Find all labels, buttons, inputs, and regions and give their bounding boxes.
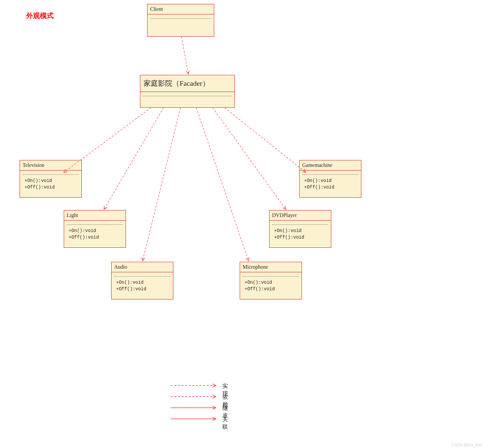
op: +On():void bbox=[304, 177, 358, 184]
class-audio-name: Audio bbox=[112, 262, 173, 272]
class-light-ops: +On():void +Off():void bbox=[64, 227, 126, 243]
class-dvdplayer: DVDPlayer +On():void +Off():void bbox=[269, 210, 331, 248]
class-audio-attr bbox=[112, 272, 173, 279]
class-gamemachine-attr bbox=[300, 170, 361, 177]
class-gamemachine-name: Gamemachine bbox=[300, 160, 361, 170]
class-dvdplayer-ops: +On():void +Off():void bbox=[269, 227, 331, 243]
watermark: CSDN @scx_link bbox=[451, 443, 481, 447]
op: +On():void bbox=[25, 177, 78, 184]
class-client-attr bbox=[147, 14, 214, 21]
class-television-name: Television bbox=[20, 160, 81, 170]
class-gamemachine: Gamemachine +On():void +Off():void bbox=[299, 160, 361, 198]
svg-line-3 bbox=[104, 108, 164, 209]
class-dvdplayer-name: DVDPlayer bbox=[269, 210, 331, 221]
op: +On():void bbox=[274, 227, 328, 234]
class-light-name: Light bbox=[64, 210, 126, 221]
svg-line-0 bbox=[182, 37, 188, 74]
class-microphone-attr bbox=[240, 272, 302, 279]
class-facade-name: 家庭影院（Facader） bbox=[140, 75, 234, 92]
class-audio-ops: +On():void +Off():void bbox=[112, 279, 173, 295]
class-microphone-ops: +On():void +Off():void bbox=[240, 279, 302, 295]
class-light: Light +On():void +Off():void bbox=[64, 210, 126, 248]
svg-line-6 bbox=[196, 108, 249, 261]
class-microphone: Microphone +On():void +Off():void bbox=[240, 262, 302, 299]
class-microphone-name: Microphone bbox=[240, 262, 302, 272]
class-dvdplayer-attr bbox=[269, 221, 331, 227]
op: +Off():void bbox=[69, 234, 122, 241]
class-facade: 家庭影院（Facader） bbox=[140, 75, 235, 108]
class-client-name: Client bbox=[147, 4, 214, 14]
op: +Off():void bbox=[116, 286, 170, 292]
class-television-attr bbox=[20, 170, 81, 177]
svg-line-4 bbox=[213, 108, 286, 209]
svg-line-2 bbox=[225, 108, 306, 172]
class-audio: Audio +On():void +Off():void bbox=[111, 262, 173, 299]
op: +Off():void bbox=[25, 184, 78, 190]
class-gamemachine-ops: +On():void +Off():void bbox=[300, 177, 361, 193]
op: +Off():void bbox=[274, 234, 328, 241]
diagram-title: 外观模式 bbox=[26, 11, 54, 20]
class-light-attr bbox=[64, 221, 126, 227]
op: +Off():void bbox=[304, 184, 358, 190]
class-television: Television +On():void +Off():void bbox=[20, 160, 82, 198]
class-television-ops: +On():void +Off():void bbox=[20, 177, 81, 193]
op: +On():void bbox=[245, 279, 298, 286]
legend-label: 关联 bbox=[222, 416, 228, 431]
class-client: Client bbox=[147, 4, 214, 37]
op: +On():void bbox=[116, 279, 170, 286]
op: +On():void bbox=[69, 227, 122, 234]
svg-line-5 bbox=[143, 108, 181, 261]
op: +Off():void bbox=[245, 286, 298, 292]
class-facade-attr bbox=[140, 92, 234, 99]
